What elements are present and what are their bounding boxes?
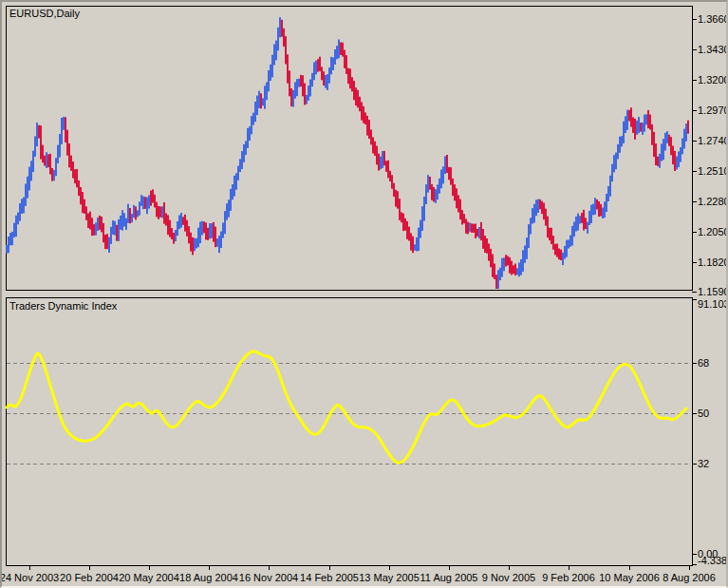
chart-canvas[interactable]: [2, 2, 728, 588]
symbol-period-label: EURUSD,Daily: [9, 8, 80, 19]
price-series: [6, 17, 689, 289]
mt4-chart-window: EURUSD,Daily Traders Dynamic Index 1.366…: [0, 0, 728, 588]
indicator-name-label: Traders Dynamic Index: [9, 300, 117, 312]
tdi-line: [7, 351, 686, 463]
indicator-level-lines: [7, 364, 691, 465]
axis-ticks: [30, 20, 698, 571]
